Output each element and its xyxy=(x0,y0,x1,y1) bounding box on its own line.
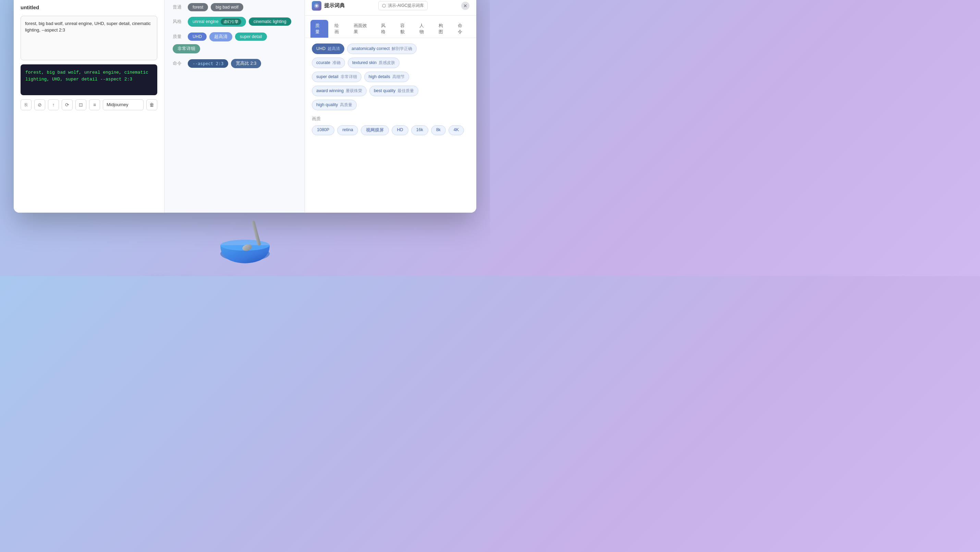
dict-tag-high-details[interactable]: high details 高细节 xyxy=(364,71,409,82)
delete-button[interactable]: 🗑 xyxy=(146,99,157,110)
dict-tag-row-1: UHD 超高清 anatomically correct 解剖学正确 xyxy=(312,43,469,54)
res-tag-retina[interactable]: retina xyxy=(337,125,358,135)
tab-quality[interactable]: 质量 xyxy=(310,20,328,38)
res-tag-4k[interactable]: 4K xyxy=(449,125,464,135)
tag-super-detail[interactable]: super detail xyxy=(235,33,267,41)
dict-tag-award-winning[interactable]: award winning 屡获殊荣 xyxy=(312,86,367,96)
content-area: untitled forest, big bad wolf, unreal en… xyxy=(14,0,476,213)
dict-tag-best-quality[interactable]: best quality 最佳质量 xyxy=(369,86,418,96)
resolution-section-title: 画质 xyxy=(312,116,469,122)
dict-tag-super-detail[interactable]: super detail 非常详细 xyxy=(312,71,361,82)
left-panel: untitled forest, big bad wolf, unreal en… xyxy=(14,0,164,213)
tag-row-command: 命令 --aspect 2:3 宽高比 2:3 xyxy=(173,59,296,68)
dict-title-text: 提示词典 xyxy=(324,2,345,9)
model-select-wrap: Midjourney Stable Diffusion DALL-E xyxy=(103,99,143,110)
dict-source-label: 演示-AIGC提示词库 xyxy=(388,3,424,9)
dict-tag-anatomically-correct[interactable]: anatomically correct 解剖学正确 xyxy=(347,43,417,54)
clear-button[interactable]: ⊘ xyxy=(34,99,45,110)
row-label-quality: 质量 xyxy=(173,33,185,40)
dict-tag-row-2: ccurate 准确 textured skin 质感皮肤 xyxy=(312,57,469,68)
up-button[interactable]: ↑ xyxy=(48,99,59,110)
tab-painting[interactable]: 绘画 xyxy=(329,20,347,38)
dict-tag-high-quality[interactable]: high quality 高质量 xyxy=(312,100,357,110)
res-tag-16k[interactable]: 16k xyxy=(411,125,428,135)
res-tag-hd[interactable]: HD xyxy=(391,125,408,135)
dict-tag-row-4: award winning 屡获殊荣 best quality 最佳质量 xyxy=(312,86,469,96)
model-select[interactable]: Midjourney Stable Diffusion DALL-E xyxy=(103,99,143,110)
main-window: OPS/OpenPromptStudio ⊙ untitled forest, … xyxy=(14,0,476,213)
middle-panel: 普通 forest big bad wolf 风格 unreal engine … xyxy=(164,0,305,213)
refresh-button[interactable]: ⟳ xyxy=(62,99,73,110)
resolution-row: 1080P retina 视网膜屏 HD 16k 8k 4K xyxy=(312,125,469,135)
prompt-input[interactable]: forest, big bad wolf, unreal engine, UHD… xyxy=(21,16,157,60)
row-label-command: 命令 xyxy=(173,60,185,67)
tag-forest[interactable]: forest xyxy=(188,3,208,11)
image-button[interactable]: ⊡ xyxy=(75,99,86,110)
tag-row-quality: 质量 UHD 超高清 super detail 非常详细 xyxy=(173,32,296,54)
dict-content: UHD 超高清 anatomically correct 解剖学正确 ccura… xyxy=(305,38,476,141)
dict-title: 提示词典 xyxy=(312,1,345,11)
row-label-style: 风格 xyxy=(173,19,185,25)
tag-super-uhd-cn[interactable]: 超高清 xyxy=(209,32,232,41)
dict-source[interactable]: ⬡ 演示-AIGC提示词库 xyxy=(378,1,428,10)
tab-appearance[interactable]: 容貌 xyxy=(395,20,413,38)
tag-cinematic-lighting[interactable]: cinematic lighting xyxy=(249,17,291,26)
dict-icon xyxy=(312,1,321,11)
res-tag-1080p[interactable]: 1080P xyxy=(312,125,334,135)
tab-composition[interactable]: 构图 xyxy=(434,20,452,38)
dict-tag-uhd[interactable]: UHD 超高清 xyxy=(312,43,344,54)
tag-unreal-engine[interactable]: unreal engine 虚幻引擎 xyxy=(188,17,246,27)
dict-tabs: 质量 绘画 画面效果 风格 容貌 人物 构图 命令 xyxy=(305,16,476,38)
tab-style[interactable]: 风格 xyxy=(376,20,394,38)
close-button[interactable]: ✕ xyxy=(461,2,469,10)
dict-header: 提示词典 ⬡ 演示-AIGC提示词库 ✕ xyxy=(305,0,476,16)
tag-row-general: 普通 forest big bad wolf xyxy=(173,3,296,11)
tag-aspect[interactable]: --aspect 2:3 xyxy=(188,59,228,68)
dict-tag-row-5: high quality 高质量 xyxy=(312,100,469,110)
dict-panel: 提示词典 ⬡ 演示-AIGC提示词库 ✕ 质量 绘画 画面效果 风格 容貌 人物 xyxy=(305,0,476,213)
dict-tag-row-3: super detail 非常详细 high details 高细节 xyxy=(312,71,469,82)
dict-tag-ccurate[interactable]: ccurate 准确 xyxy=(312,57,345,68)
tab-characters[interactable]: 人物 xyxy=(415,20,433,38)
res-tag-retina-cn[interactable]: 视网膜屏 xyxy=(361,125,389,135)
below-window: OPS/OpenPromptStudio xyxy=(14,213,476,276)
bowl-svg xyxy=(214,209,276,271)
tag-aspect-cn[interactable]: 宽高比 2:3 xyxy=(231,59,261,68)
tag-uhd[interactable]: UHD xyxy=(188,33,207,41)
prompt-output: forest, big bad wolf, unreal engine, cin… xyxy=(21,64,157,95)
doc-title: untitled xyxy=(21,3,157,12)
dict-tag-textured-skin[interactable]: textured skin 质感皮肤 xyxy=(348,57,399,68)
dict-source-icon: ⬡ xyxy=(382,3,386,8)
code-button[interactable]: ≡ xyxy=(89,99,100,110)
tab-commands[interactable]: 命令 xyxy=(453,20,471,38)
tag-big-bad-wolf[interactable]: big bad wolf xyxy=(211,3,243,11)
res-tag-8k[interactable]: 8k xyxy=(431,125,446,135)
bowl-wrap xyxy=(214,209,276,271)
copy-button[interactable]: ⎘ xyxy=(21,99,32,110)
tab-effects[interactable]: 画面效果 xyxy=(349,20,375,38)
tag-row-style: 风格 unreal engine 虚幻引擎 cinematic lighting xyxy=(173,17,296,27)
toolbar: ⎘ ⊘ ↑ ⟳ ⊡ ≡ Midjourney Stable Diffusion … xyxy=(21,99,157,110)
tag-very-detailed-cn[interactable]: 非常详细 xyxy=(173,44,200,54)
row-label-general: 普通 xyxy=(173,4,185,10)
